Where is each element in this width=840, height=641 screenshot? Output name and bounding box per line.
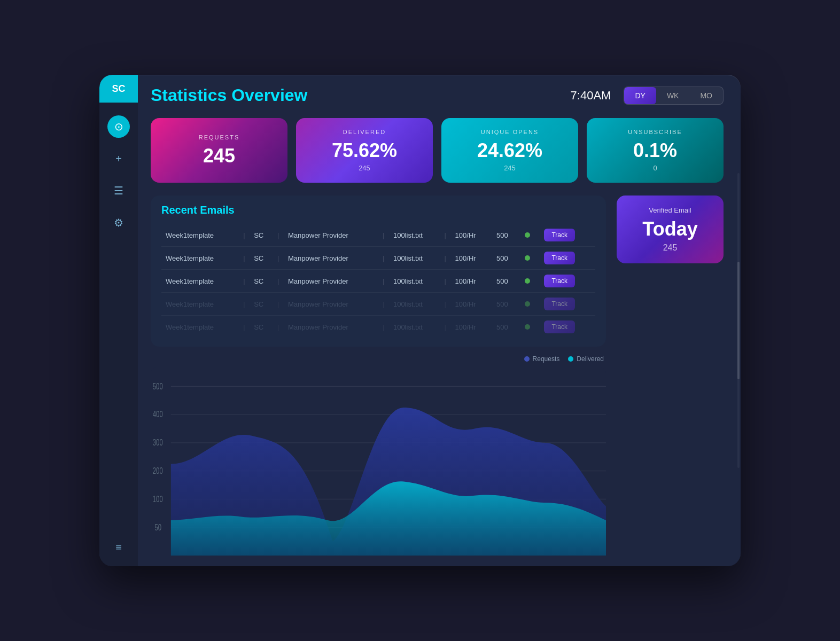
stat-card-unique-opens: UNIQUE OPENS 24.62% 245	[441, 118, 578, 183]
divider-cell3: |	[380, 247, 389, 270]
track-button[interactable]: Track	[544, 320, 575, 333]
stat-value-delivered: 75.62%	[332, 139, 397, 162]
sidebar-bottom-icon: ≡	[115, 541, 122, 553]
sidebar-item-list[interactable]: ☰	[107, 179, 130, 202]
cell-sender: SC	[250, 224, 275, 247]
track-button[interactable]: Track	[544, 298, 575, 310]
svg-text:500: 500	[153, 382, 163, 391]
stat-card-unsubscribe: UNSUBSCRIBE 0.1% 0	[587, 118, 724, 183]
verified-today: Today	[627, 218, 713, 240]
header: Statistics Overview 7:40AM DY WK MO	[151, 85, 724, 105]
legend-item-delivered: Delivered	[568, 355, 604, 363]
cell-list: 100list.txt	[389, 270, 442, 293]
status-dot	[525, 301, 530, 307]
app-logo: SC	[99, 75, 138, 103]
track-button[interactable]: Track	[544, 275, 575, 287]
stat-sub-unique-opens: 245	[504, 164, 516, 172]
cell-provider: Manpower Provider	[284, 270, 380, 293]
section-title-recent-emails: Recent Emails	[161, 204, 595, 216]
svg-text:300: 300	[153, 438, 163, 447]
period-tab-dy[interactable]: DY	[624, 87, 656, 104]
svg-text:200: 200	[153, 466, 163, 475]
right-panel: Verified Email Today 245	[617, 196, 724, 556]
cell-action[interactable]: Track	[540, 224, 595, 247]
verified-count: 245	[627, 243, 713, 253]
status-dot	[525, 232, 530, 238]
cell-sender: SC	[250, 247, 275, 270]
cell-status	[520, 293, 540, 316]
cell-status	[520, 224, 540, 247]
cell-action[interactable]: Track	[540, 316, 595, 339]
legend-label-delivered: Delivered	[577, 355, 604, 363]
cell-count: 500	[492, 224, 520, 247]
cell-count: 500	[492, 293, 520, 316]
divider-cell4: |	[442, 293, 451, 316]
divider-cell4: |	[442, 270, 451, 293]
cell-template: Week1template	[161, 293, 241, 316]
stat-label-delivered: DELIVERED	[343, 129, 386, 135]
sidebar-item-settings[interactable]: ⚙	[107, 212, 130, 234]
cell-template: Week1template	[161, 247, 241, 270]
cell-sender: SC	[250, 293, 275, 316]
svg-text:50: 50	[155, 523, 162, 532]
list-icon: ☰	[114, 184, 123, 197]
cell-provider: Manpower Provider	[284, 293, 380, 316]
stat-sub-unsubscribe: 0	[653, 164, 657, 172]
sidebar-nav: ⊙ + ☰ ⚙	[107, 115, 130, 541]
divider-cell3: |	[380, 316, 389, 339]
divider-cell2: |	[275, 316, 284, 339]
cell-action[interactable]: Track	[540, 270, 595, 293]
cell-sender: SC	[250, 270, 275, 293]
main-content: Statistics Overview 7:40AM DY WK MO REQU…	[138, 75, 741, 566]
legend-label-requests: Requests	[533, 355, 560, 363]
status-dot	[525, 278, 530, 284]
left-panel: Recent Emails Week1template|SC|Manpower …	[151, 196, 606, 556]
cell-status	[520, 270, 540, 293]
sidebar-item-add[interactable]: +	[107, 147, 130, 170]
stat-card-delivered: DELIVERED 75.62% 245	[296, 118, 433, 183]
scrollbar-thumb[interactable]	[737, 262, 740, 380]
chart-svg: 500 400 300 200 100 50	[151, 372, 606, 556]
page-title: Statistics Overview	[151, 85, 307, 105]
period-tabs: DY WK MO	[624, 87, 724, 105]
legend-dot-delivered	[568, 356, 573, 362]
verified-email-label: Verified Email	[627, 206, 713, 214]
svg-text:400: 400	[153, 410, 163, 419]
time-display: 7:40AM	[571, 89, 611, 103]
divider-cell: |	[241, 293, 250, 316]
verified-email-card: Verified Email Today 245	[617, 196, 724, 263]
sidebar: SC ⊙ + ☰ ⚙ ≡	[99, 75, 138, 566]
table-row: Week1template|SC|Manpower Provider|100li…	[161, 293, 595, 316]
chart-container: 500 400 300 200 100 50	[151, 367, 606, 556]
chart-legend: Requests Delivered	[151, 355, 606, 363]
cell-rate: 100/Hr	[451, 224, 492, 247]
cell-action[interactable]: Track	[540, 247, 595, 270]
scrollbar-track[interactable]	[737, 173, 740, 468]
divider-cell3: |	[380, 293, 389, 316]
cell-list: 100list.txt	[389, 224, 442, 247]
period-tab-mo[interactable]: MO	[689, 87, 723, 104]
divider-cell3: |	[380, 224, 389, 247]
cell-template: Week1template	[161, 270, 241, 293]
cell-count: 500	[492, 270, 520, 293]
cell-list: 100list.txt	[389, 316, 442, 339]
stat-label-unique-opens: UNIQUE OPENS	[481, 129, 539, 135]
cell-sender: SC	[250, 316, 275, 339]
legend-item-requests: Requests	[524, 355, 560, 363]
status-dot	[525, 255, 530, 261]
track-button[interactable]: Track	[544, 252, 575, 264]
divider-cell: |	[241, 316, 250, 339]
table-row: Week1template|SC|Manpower Provider|100li…	[161, 247, 595, 270]
svg-text:100: 100	[153, 495, 163, 504]
sidebar-item-dashboard[interactable]: ⊙	[107, 115, 130, 138]
track-button[interactable]: Track	[544, 229, 575, 241]
cell-template: Week1template	[161, 316, 241, 339]
cell-rate: 100/Hr	[451, 293, 492, 316]
period-tab-wk[interactable]: WK	[656, 87, 690, 104]
divider-cell2: |	[275, 247, 284, 270]
cell-provider: Manpower Provider	[284, 247, 380, 270]
cell-provider: Manpower Provider	[284, 316, 380, 339]
table-row: Week1template|SC|Manpower Provider|100li…	[161, 224, 595, 247]
cell-action[interactable]: Track	[540, 293, 595, 316]
status-dot	[525, 324, 530, 330]
